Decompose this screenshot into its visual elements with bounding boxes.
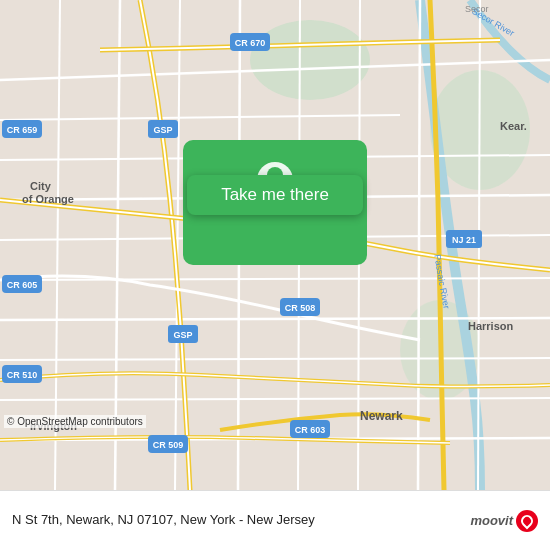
svg-point-1 [250, 20, 370, 100]
svg-text:CR 508: CR 508 [285, 303, 316, 313]
svg-text:CR 605: CR 605 [7, 280, 38, 290]
moovit-logo: moovit [470, 510, 538, 532]
osm-attribution: © OpenStreetMap contributors [4, 415, 146, 428]
svg-text:CR 510: CR 510 [7, 370, 38, 380]
svg-text:Kear.: Kear. [500, 120, 527, 132]
svg-text:GSP: GSP [173, 330, 192, 340]
take-me-there-button[interactable]: Take me there [187, 175, 363, 215]
svg-text:CR 509: CR 509 [153, 440, 184, 450]
svg-text:GSP: GSP [153, 125, 172, 135]
svg-text:CR 603: CR 603 [295, 425, 326, 435]
svg-text:of Orange: of Orange [22, 193, 74, 205]
svg-text:Newark: Newark [360, 409, 403, 423]
bottom-bar: N St 7th, Newark, NJ 07107, New York - N… [0, 490, 550, 550]
address-text: N St 7th, Newark, NJ 07107, New York - N… [12, 512, 462, 529]
svg-text:CR 659: CR 659 [7, 125, 38, 135]
map-container: CR 659 CR 670 CR 605 CR 510 CR 508 CR 50… [0, 0, 550, 490]
svg-text:CR 670: CR 670 [235, 38, 266, 48]
svg-text:City: City [30, 180, 52, 192]
moovit-logo-text: moovit [470, 513, 513, 528]
svg-text:NJ 21: NJ 21 [452, 235, 476, 245]
svg-text:Harrison: Harrison [468, 320, 514, 332]
moovit-pin-icon [516, 510, 538, 532]
svg-text:Secor: Secor [465, 4, 489, 14]
